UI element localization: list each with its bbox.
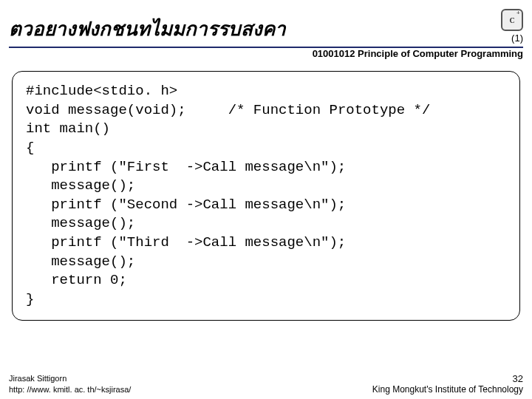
- author-name: Jirasak Sittigorn: [9, 373, 131, 383]
- author-url: http: //www. kmitl. ac. th/~ksjirasa/: [9, 384, 131, 395]
- footer-left: Jirasak Sittigorn http: //www. kmitl. ac…: [9, 373, 131, 395]
- code-line: void message(void);: [26, 102, 186, 118]
- code-line: message();: [26, 177, 135, 194]
- code-line: }: [26, 291, 34, 307]
- code-line: #include<stdio. h>: [26, 83, 177, 99]
- footer-right: 32 King Mongkut's Institute of Technolog…: [372, 373, 523, 395]
- code-line: message();: [26, 215, 135, 231]
- code-line: message();: [26, 253, 135, 270]
- code-line: int main(): [26, 120, 110, 137]
- code-comment: /* Function Prototype */: [228, 102, 431, 118]
- code-line: return 0;: [26, 272, 127, 288]
- footer: Jirasak Sittigorn http: //www. kmitl. ac…: [9, 373, 523, 395]
- code-line: printf ("Third ->Call message\n");: [26, 234, 346, 250]
- part-label: (1): [511, 33, 523, 44]
- code-line: printf ("First ->Call message\n");: [26, 159, 346, 175]
- slide: ตวอยางฟงกชนทไมมการรบสงคา C (1) 01001012 …: [0, 0, 532, 399]
- page-number: 32: [372, 373, 523, 384]
- header-right: C (1): [501, 9, 523, 44]
- code-line: {: [26, 140, 34, 156]
- institute-name: King Mongkut's Institute of Technology: [372, 384, 523, 395]
- slide-title: ตวอยางฟงกชนทไมมการรบสงคา: [9, 13, 286, 44]
- cpp-logo-icon: C: [501, 9, 523, 31]
- course-label: 01001012 Principle of Computer Programmi…: [9, 48, 523, 59]
- code-line: printf ("Second ->Call message\n");: [26, 197, 346, 213]
- code-block: #include<stdio. h> void message(void); /…: [12, 71, 520, 321]
- header-row: ตวอยางฟงกชนทไมมการรบสงคา C (1): [9, 13, 523, 44]
